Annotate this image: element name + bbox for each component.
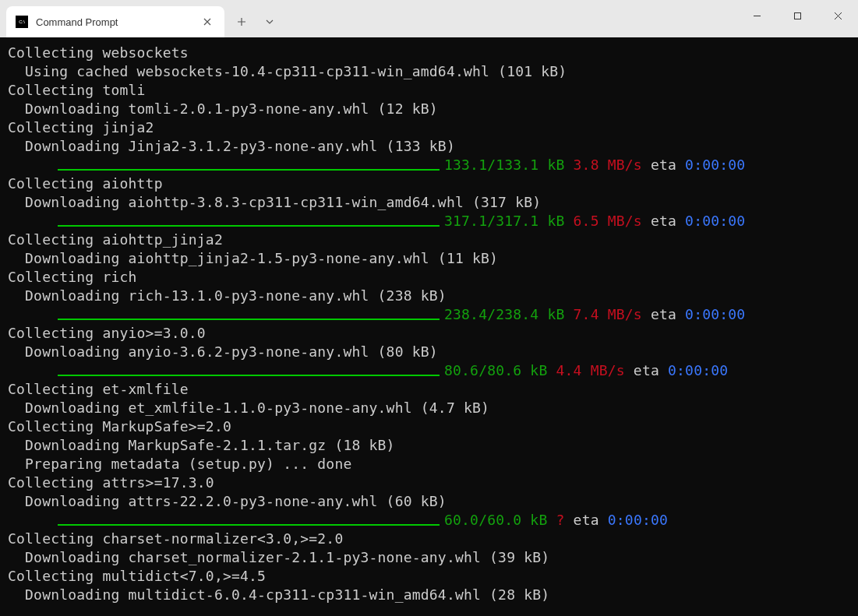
progress-line: 133.1/133.1 kB 3.8 MB/s eta 0:00:00 [8,156,850,174]
cmd-icon [16,16,28,28]
progress-stats: 80.6/80.6 kB 4.4 MB/s eta 0:00:00 [444,361,728,380]
terminal-line: Collecting rich [8,268,850,287]
tab-title: Command Prompt [36,16,199,28]
terminal-line: Downloading charset_normalizer-2.1.1-py3… [8,548,850,567]
terminal-line: Collecting MarkupSafe>=2.0 [8,417,850,436]
active-tab[interactable]: Command Prompt [6,6,224,37]
terminal-line: Preparing metadata (setup.py) ... done [8,455,850,473]
minimize-icon [753,12,761,20]
progress-line: 80.6/80.6 kB 4.4 MB/s eta 0:00:00 [8,361,850,380]
terminal-line: Downloading tomli-2.0.1-py3-none-any.whl… [8,100,850,118]
chevron-down-icon [266,19,274,24]
new-tab-button[interactable] [228,8,256,36]
terminal-line: Collecting multidict<7.0,>=4.5 [8,567,850,586]
progress-bar [58,524,440,526]
progress-bar [58,225,440,227]
minimize-button[interactable] [736,0,777,31]
terminal-line: Collecting websockets [8,44,850,62]
progress-bar [58,169,440,171]
progress-bar [58,319,440,320]
progress-stats: 238.4/238.4 kB 7.4 MB/s eta 0:00:00 [444,305,745,324]
terminal-line: Downloading rich-13.1.0-py3-none-any.whl… [8,287,850,305]
terminal-line: Downloading aiohttp_jinja2-1.5-py3-none-… [8,249,850,268]
close-tab-button[interactable] [199,14,215,30]
close-icon [203,18,211,26]
terminal-line: Downloading multidict-6.0.4-cp311-cp311-… [8,586,850,604]
terminal-line: Downloading et_xmlfile-1.1.0-py3-none-an… [8,399,850,417]
maximize-button[interactable] [777,0,817,31]
close-window-button[interactable] [817,0,858,31]
terminal-line: Collecting aiohttp_jinja2 [8,231,850,249]
terminal-line: Collecting attrs>=17.3.0 [8,473,850,492]
terminal-line: Downloading attrs-22.2.0-py3-none-any.wh… [8,492,850,511]
plus-icon [237,17,246,26]
terminal-line: Collecting jinja2 [8,118,850,137]
terminal-line: Using cached websockets-10.4-cp311-cp311… [8,62,850,81]
progress-line: 317.1/317.1 kB 6.5 MB/s eta 0:00:00 [8,212,850,231]
progress-stats: 317.1/317.1 kB 6.5 MB/s eta 0:00:00 [444,212,745,231]
terminal-line: Collecting tomli [8,81,850,100]
terminal-line: Collecting charset-normalizer<3.0,>=2.0 [8,530,850,548]
progress-bar [58,375,440,376]
terminal-line: Collecting anyio>=3.0.0 [8,324,850,343]
svg-rect-0 [794,12,800,19]
progress-stats: 133.1/133.1 kB 3.8 MB/s eta 0:00:00 [444,156,745,174]
tab-dropdown-button[interactable] [256,8,284,36]
progress-stats: 60.0/60.0 kB ? eta 0:00:00 [444,511,668,530]
terminal-line: Downloading anyio-3.6.2-py3-none-any.whl… [8,343,850,361]
title-bar: Command Prompt [0,0,858,37]
progress-line: 238.4/238.4 kB 7.4 MB/s eta 0:00:00 [8,305,850,324]
terminal-line: Collecting aiohttp [8,174,850,193]
terminal-output[interactable]: Collecting websockets Using cached webso… [0,37,858,616]
close-icon [834,12,842,20]
window-controls [736,0,858,31]
terminal-line: Downloading MarkupSafe-2.1.1.tar.gz (18 … [8,436,850,455]
terminal-line: Downloading Jinja2-3.1.2-py3-none-any.wh… [8,137,850,156]
progress-line: 60.0/60.0 kB ? eta 0:00:00 [8,511,850,530]
maximize-icon [793,12,802,20]
terminal-line: Collecting et-xmlfile [8,380,850,399]
terminal-line: Downloading aiohttp-3.8.3-cp311-cp311-wi… [8,193,850,212]
